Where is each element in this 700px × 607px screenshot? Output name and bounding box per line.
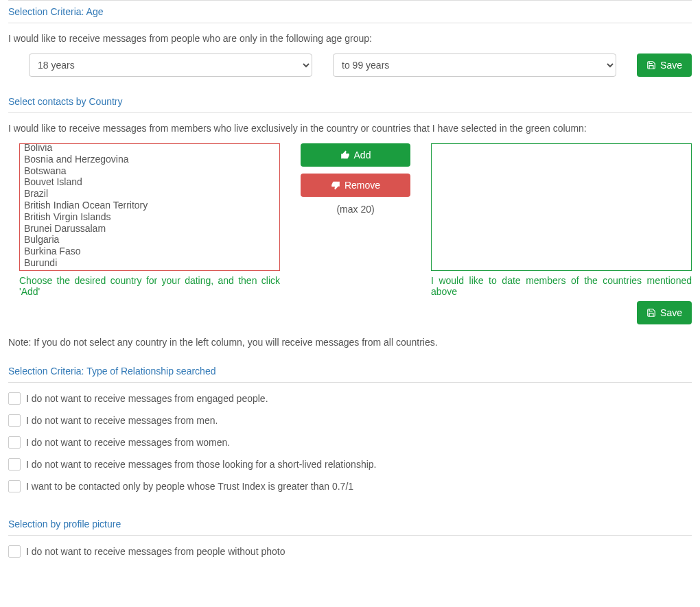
add-country-button[interactable]: Add [301, 143, 410, 167]
checkbox-relationship-0[interactable] [8, 392, 21, 405]
available-countries-hint: Choose the desired country for your dati… [19, 275, 280, 297]
country-option[interactable]: Burkina Faso [24, 246, 275, 257]
section-header-country: Select contacts by Country [8, 91, 692, 113]
age-description: I would like to receive messages from pe… [8, 33, 692, 44]
checkbox-relationship-label-1: I do not want to receive messages from m… [26, 415, 218, 426]
section-header-relationship: Selection Criteria: Type of Relationship… [8, 360, 692, 383]
checkbox-no-photo-label: I do not want to receive messages from p… [26, 546, 285, 557]
age-to-select[interactable]: to 99 years [333, 53, 616, 77]
save-country-button[interactable]: Save [637, 301, 692, 324]
remove-country-button[interactable]: Remove [301, 174, 410, 197]
country-option[interactable]: Bulgaria [24, 234, 275, 246]
country-option[interactable]: Bouvet Island [24, 176, 275, 188]
country-option[interactable]: Brazil [24, 188, 275, 200]
country-option[interactable]: Bolivia [24, 143, 275, 154]
max-countries-note: (max 20) [301, 204, 410, 215]
section-header-photo: Selection by profile picture [8, 513, 692, 536]
thumbs-up-icon [340, 150, 350, 160]
country-option[interactable]: British Indian Ocean Territory [24, 200, 275, 211]
selected-countries-hint: I would like to date members of the coun… [431, 275, 692, 297]
country-option[interactable]: Botswana [24, 165, 275, 177]
country-description: I would like to receive messages from me… [8, 123, 692, 134]
section-header-age: Selection Criteria: Age [8, 0, 692, 23]
checkbox-relationship-2[interactable] [8, 436, 21, 449]
save-icon [646, 308, 656, 318]
country-option[interactable]: Bosnia and Herzegovina [24, 154, 275, 165]
checkbox-relationship-label-0: I do not want to receive messages from e… [26, 393, 268, 404]
checkbox-relationship-3[interactable] [8, 458, 21, 471]
country-option[interactable]: British Virgin Islands [24, 211, 275, 223]
country-option[interactable]: Brunei Darussalam [24, 223, 275, 235]
checkbox-relationship-1[interactable] [8, 414, 21, 427]
save-age-button[interactable]: Save [637, 53, 692, 77]
age-from-select[interactable]: 18 years [29, 53, 312, 77]
checkbox-relationship-label-4: I want to be contacted only by people wh… [26, 481, 353, 492]
checkbox-relationship-label-2: I do not want to receive messages from w… [26, 437, 230, 448]
thumbs-down-icon [331, 180, 340, 190]
country-note: Note: If you do not select any country i… [8, 337, 692, 348]
available-countries-list[interactable]: BoliviaBosnia and HerzegovinaBotswanaBou… [19, 143, 280, 271]
checkbox-relationship-4[interactable] [8, 480, 21, 492]
save-icon [646, 60, 656, 70]
checkbox-no-photo[interactable] [8, 545, 21, 558]
country-option[interactable]: Burundi [24, 257, 275, 269]
selected-countries-list[interactable] [431, 143, 692, 271]
checkbox-relationship-label-3: I do not want to receive messages from t… [26, 459, 376, 470]
